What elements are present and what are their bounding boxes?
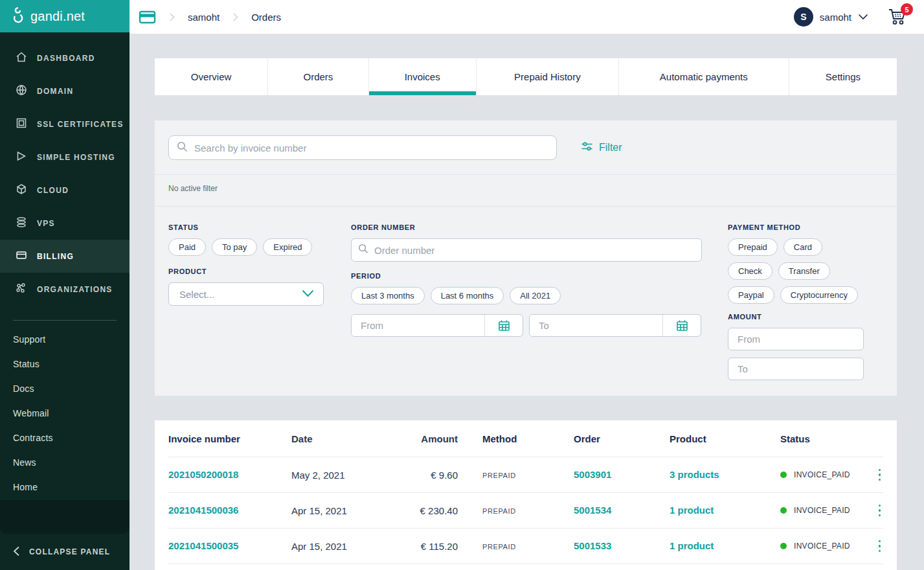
sidebar-item-label: ORGANIZATIONS [37,285,113,294]
breadcrumb-billing-icon[interactable] [139,10,156,25]
invoice-search-input[interactable] [194,142,548,154]
breadcrumb-separator-icon [166,13,175,21]
chip-last-6-months[interactable]: Last 6 months [431,287,504,304]
chip-check[interactable]: Check [728,262,772,280]
invoice-link[interactable]: 2021041500035 [168,540,238,551]
search-icon [358,244,368,256]
amount-to-input[interactable] [728,358,864,380]
filter-column-payment-amount: PAYMENT METHOD Prepaid Card Check Transf… [728,223,885,380]
invoice-link[interactable]: 2021050200018 [168,469,238,480]
sidebar-item-cloud[interactable]: CLOUD [0,174,130,207]
date-to-input[interactable] [530,315,662,336]
product-select[interactable]: Select... [168,282,324,306]
filter-column-status-product: STATUS Paid To pay Expired PRODUCT Selec… [168,223,351,380]
row-menu-button[interactable] [876,502,884,519]
sidebar-item-vps[interactable]: VPS [0,207,130,240]
avatar: S [794,7,813,27]
amount-from-input[interactable] [728,328,864,350]
table-row: 2021041500035 Apr 15, 2021 € 115.20 PREP… [168,528,883,564]
chip-expired[interactable]: Expired [263,238,312,256]
table-row: 2021041500034 Apr 15, 2021 € 230.40 PREP… [168,564,883,570]
breadcrumb-item-samoht[interactable]: samoht [188,12,220,23]
sidebar-item-ssl-certificates[interactable]: SSL CERTIFICATES [0,108,130,141]
amount-range [728,328,885,380]
credit-card-icon [16,249,27,263]
invoice-date: Apr 15, 2021 [291,541,382,552]
col-status: Status [780,433,864,444]
row-menu-button[interactable] [876,538,884,555]
sidebar-link-support[interactable]: Support [0,327,130,352]
col-method: Method [482,433,574,444]
play-icon [16,150,27,164]
status-dot-icon [780,507,787,514]
chip-last-3-months[interactable]: Last 3 months [351,287,425,304]
period-date-range [351,314,728,337]
chip-card[interactable]: Card [783,238,822,256]
sidebar: gandi.net DASHBOARD DOMAIN SSL CERTIFICA… [0,0,130,570]
sidebar-footer-shade [0,500,130,534]
invoice-method: PREPAID [482,507,516,515]
calendar-icon[interactable] [484,315,523,336]
collapse-panel-button[interactable]: COLLAPSE PANEL [0,534,130,570]
order-link[interactable]: 5001534 [574,505,611,516]
search-row: Filter [155,120,897,175]
sidebar-item-simple-hosting[interactable]: SIMPLE HOSTING [0,141,130,174]
product-link[interactable]: 1 product [670,540,714,551]
sidebar-link-docs[interactable]: Docs [0,376,130,401]
breadcrumb-item-orders: Orders [251,12,281,23]
chip-paypal[interactable]: Paypal [728,286,774,304]
order-number-box [351,238,702,262]
user-name: samoht [820,12,851,23]
chip-paid[interactable]: Paid [168,238,206,256]
tab-settings[interactable]: Settings [789,58,897,95]
sidebar-link-status[interactable]: Status [0,352,130,376]
invoice-date: Apr 15, 2021 [291,505,382,516]
sidebar-item-billing[interactable]: BILLING [0,240,130,273]
calendar-icon[interactable] [662,315,701,336]
collapse-panel-label: COLLAPSE PANEL [29,547,110,556]
sidebar-item-organizations[interactable]: ORGANIZATIONS [0,273,130,306]
product-link[interactable]: 1 product [670,505,714,516]
sidebar-item-label: SSL CERTIFICATES [37,120,124,129]
search-icon [177,141,188,155]
chip-transfer[interactable]: Transfer [778,262,830,280]
tab-orders[interactable]: Orders [268,58,368,95]
sidebar-item-domain[interactable]: DOMAIN [0,74,130,108]
tab-prepaid-history[interactable]: Prepaid History [477,58,619,95]
invoice-link[interactable]: 2021041500036 [168,505,238,516]
cart-button[interactable]: 5 [888,8,907,26]
sidebar-item-dashboard[interactable]: DASHBOARD [0,41,130,74]
tab-automatic-payments[interactable]: Automatic payments [619,58,789,95]
product-select-value: Select... [179,289,214,300]
table-row: 2021050200018 May 2, 2021 € 9.60 PREPAID… [168,457,883,492]
filter-fields: STATUS Paid To pay Expired PRODUCT Selec… [155,207,897,396]
order-link[interactable]: 5001533 [574,540,611,551]
chip-cryptocurrency[interactable]: Cryptocurrency [780,286,858,304]
chip-prepaid[interactable]: Prepaid [728,238,778,256]
chip-to-pay[interactable]: To pay [212,238,257,256]
invoice-method: PREPAID [482,543,516,551]
no-active-filter-text: No active filter [155,175,897,207]
order-link[interactable]: 5003901 [574,469,611,480]
home-icon [16,51,27,65]
chip-all-2021[interactable]: All 2021 [510,287,561,304]
globe-icon [16,84,27,98]
filter-button[interactable]: Filter [581,141,622,155]
tab-invoices[interactable]: Invoices [369,58,477,95]
gandi-logo[interactable]: gandi.net [0,0,130,32]
filter-panel: Filter No active filter STATUS Paid To p… [155,120,897,396]
payment-method-chips: Prepaid Card Check Transfer Paypal Crypt… [728,238,865,304]
date-from-input[interactable] [352,315,484,336]
sidebar-link-news[interactable]: News [0,450,130,475]
order-number-input[interactable] [374,245,695,256]
user-menu[interactable]: S samoht [794,7,868,27]
tab-overview[interactable]: Overview [155,58,268,95]
sidebar-link-home[interactable]: Home [0,475,130,499]
sidebar-link-webmail[interactable]: Webmail [0,401,130,426]
row-menu-button[interactable] [876,466,884,484]
sidebar-nav: DASHBOARD DOMAIN SSL CERTIFICATES SIMPLE… [0,32,130,306]
sidebar-item-label: SIMPLE HOSTING [37,153,115,162]
col-order: Order [574,433,670,444]
sidebar-link-contracts[interactable]: Contracts [0,426,130,450]
product-link[interactable]: 3 products [670,469,719,480]
